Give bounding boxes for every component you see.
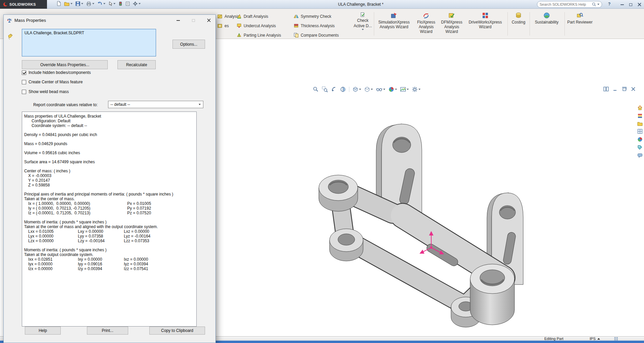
- model-boss-mid-left[interactable]: [330, 229, 363, 261]
- appearances-scenes-icon[interactable]: [637, 137, 643, 142]
- close-window-icon[interactable]: [638, 3, 641, 6]
- ribbon-button-sustainability[interactable]: Sustainability: [532, 12, 562, 25]
- file-properties-button[interactable]: [126, 1, 130, 6]
- check-active-label-2: Active D...: [354, 24, 372, 28]
- select-button[interactable]: [108, 1, 115, 6]
- unit-system-caret[interactable]: [597, 338, 600, 340]
- maximize-window-icon[interactable]: [629, 3, 632, 6]
- rebuild-button[interactable]: [118, 1, 122, 6]
- checkbox-box[interactable]: [22, 80, 26, 84]
- model-boss-top-left[interactable]: [319, 175, 358, 211]
- options-dropdown-caret[interactable]: [139, 3, 141, 4]
- hide-show-items-button[interactable]: [376, 86, 385, 92]
- save-dropdown-caret[interactable]: [81, 3, 83, 4]
- save-button[interactable]: [76, 1, 83, 6]
- copy-to-clipboard-button[interactable]: Copy to Clipboard: [149, 327, 205, 335]
- view-settings-button[interactable]: [412, 86, 420, 92]
- apply-scene-button[interactable]: [400, 86, 409, 92]
- open-button[interactable]: [64, 1, 72, 6]
- ribbon-button-floxpress[interactable]: FloXpress Analysis Wizard: [413, 12, 439, 34]
- open-dropdown-caret[interactable]: [70, 3, 72, 4]
- custom-properties-icon[interactable]: [637, 145, 643, 150]
- search-input[interactable]: [540, 2, 591, 6]
- display-style-caret[interactable]: [371, 89, 373, 90]
- undo-button[interactable]: [97, 1, 105, 6]
- solidworks-resources-icon[interactable]: [637, 105, 643, 111]
- minimize-document-icon[interactable]: [612, 87, 618, 91]
- status-options-icon[interactable]: [614, 337, 618, 341]
- search-scope-caret[interactable]: [597, 4, 599, 5]
- ribbon-separator: [374, 12, 374, 36]
- ribbon-item-label: Compare Documents: [301, 33, 339, 38]
- edit-appearance-caret[interactable]: [395, 89, 397, 90]
- section-view-button[interactable]: [340, 86, 346, 92]
- ribbon-item-undercut-analysis[interactable]: Undercut Analysis: [237, 23, 276, 28]
- zoom-to-fit-button[interactable]: [313, 86, 319, 92]
- dialog-minimize-icon[interactable]: [177, 20, 180, 21]
- print-dropdown-caret[interactable]: [92, 3, 94, 4]
- document-name-box[interactable]: ULA Challenge, Bracket.SLDPRT: [22, 29, 156, 56]
- check-active-caret[interactable]: [362, 29, 364, 30]
- principal-moment: Py = 0.07192: [127, 206, 151, 211]
- forum-icon[interactable]: [637, 153, 643, 158]
- recalculate-button[interactable]: Recalculate: [117, 60, 156, 69]
- model-cylinder-right[interactable]: [470, 264, 514, 325]
- ribbon-item-draft-analysis[interactable]: Draft Analysis: [237, 14, 268, 19]
- floxpress-icon: [423, 12, 430, 19]
- file-explorer-icon[interactable]: [637, 121, 643, 126]
- checkbox-box[interactable]: [22, 71, 26, 75]
- previous-view-button[interactable]: [331, 86, 337, 92]
- tile-windows-icon[interactable]: [603, 87, 609, 91]
- restore-document-icon[interactable]: [622, 87, 627, 91]
- help-search-box[interactable]: [537, 1, 602, 8]
- ribbon-item-clipped-es[interactable]: es: [217, 23, 229, 28]
- ribbon-item-symmetry-check[interactable]: Symmetry Check: [294, 14, 331, 19]
- view-orientation-button[interactable]: [352, 86, 361, 92]
- undo-dropdown-caret[interactable]: [103, 3, 105, 4]
- checkbox-include-hidden[interactable]: Include hidden bodies/components: [22, 70, 91, 75]
- options-button-qat[interactable]: [133, 1, 141, 6]
- ribbon-button-costing[interactable]: Costing: [509, 12, 528, 25]
- bracket-model[interactable]: [285, 100, 560, 343]
- minimize-window-icon[interactable]: [621, 4, 624, 5]
- inertia-row: Izx = 0.00000 Izy = 0.00394 Izz = 0.0754…: [23, 266, 195, 271]
- select-dropdown-caret[interactable]: [113, 3, 115, 4]
- edit-appearance-button[interactable]: [388, 86, 397, 92]
- checkbox-show-weld-bead-mass[interactable]: Show weld bead mass: [22, 89, 69, 94]
- checkbox-create-com-feature[interactable]: Create Center of Mass feature: [22, 80, 83, 84]
- checkbox-box[interactable]: [22, 90, 26, 94]
- mass-properties-results[interactable]: Mass properties of ULA Challenge, Bracke…: [22, 112, 197, 327]
- options-button[interactable]: Options...: [172, 40, 205, 49]
- inertia-cell: Lyx = 0.00000: [28, 234, 78, 239]
- view-settings-caret[interactable]: [418, 89, 420, 90]
- view-palette-icon[interactable]: [637, 129, 643, 134]
- ribbon-button-part-reviewer[interactable]: Part Reviewer: [567, 12, 593, 25]
- view-orientation-caret[interactable]: [359, 89, 361, 90]
- ribbon-item-label: Parting Line Analysis: [244, 33, 281, 38]
- print-button-dialog[interactable]: Print...: [87, 327, 128, 335]
- ribbon-item-clipped-analysis[interactable]: Analysis: [217, 14, 240, 19]
- display-style-button[interactable]: [364, 86, 373, 92]
- close-document-icon[interactable]: [631, 87, 636, 91]
- help-button-dialog[interactable]: Help: [25, 327, 61, 335]
- new-file-button[interactable]: [56, 1, 61, 6]
- ribbon-item-thickness-analysis[interactable]: Thickness Analysis: [294, 23, 335, 28]
- design-library-icon[interactable]: [637, 113, 643, 119]
- coordinate-system-dropdown[interactable]: -- default --: [108, 101, 203, 108]
- dialog-close-icon[interactable]: [207, 18, 211, 22]
- ribbon-button-driveworksxpress[interactable]: DriveWorksXpress Wizard: [464, 12, 506, 29]
- override-mass-properties-button[interactable]: Override Mass Properties...: [22, 60, 108, 69]
- zoom-to-area-button[interactable]: [322, 86, 328, 92]
- dropdown-caret[interactable]: [199, 104, 201, 105]
- ribbon-item-parting-line-analysis[interactable]: Parting Line Analysis: [237, 33, 281, 38]
- ribbon-item-compare-documents[interactable]: Compare Documents: [294, 33, 339, 38]
- results-surface-area: Surface area = 14.67499 square inches: [23, 160, 195, 164]
- hide-show-caret[interactable]: [383, 89, 385, 90]
- ribbon-button-simulationxpress[interactable]: SimulationXpress Analysis Wizard: [377, 12, 411, 29]
- help-button[interactable]: ?: [608, 2, 610, 6]
- ribbon-item-check-active-document[interactable]: Check Active D...: [352, 12, 374, 30]
- print-button[interactable]: [86, 1, 94, 6]
- heads-up-view-toolbar: [313, 86, 420, 92]
- ribbon-button-dfmxpress[interactable]: DFMXpress Analysis Wizard: [439, 12, 464, 34]
- apply-scene-caret[interactable]: [407, 89, 409, 90]
